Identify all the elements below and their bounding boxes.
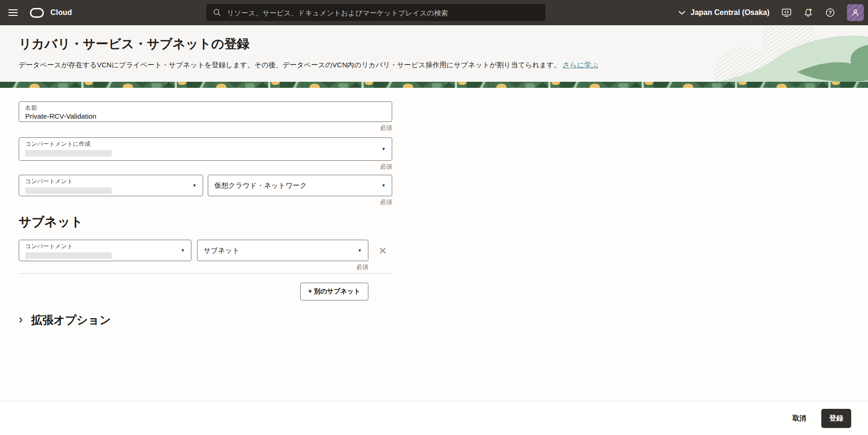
compartment-vcn-row: コンパートメント ▼ 仮想クラウド・ネットワーク ▼	[19, 175, 392, 196]
subnet-row: コンパートメント ▼ サブネット ▼ ✕	[19, 240, 392, 261]
description-text: データベースが存在するVCNにプライベート・サブネットを登録します。その後、デー…	[19, 61, 561, 69]
topbar-left: Cloud	[0, 8, 72, 18]
redacted-value	[25, 252, 112, 259]
topbar-right: Japan Central (Osaka) ?	[678, 0, 864, 25]
cancel-button[interactable]: 取消	[790, 410, 808, 427]
banner-bottom-strip	[0, 82, 868, 88]
required-badge: 必須	[19, 263, 368, 271]
remove-subnet-icon[interactable]: ✕	[379, 246, 387, 256]
name-input[interactable]	[19, 112, 365, 120]
vcn-select-label: 仮想クラウド・ネットワーク	[214, 181, 307, 190]
add-subnet-button[interactable]: + 別のサブネット	[300, 283, 368, 300]
svg-text:?: ?	[829, 10, 832, 15]
name-field-label: 名前	[19, 102, 392, 112]
compartment-label: コンパートメント	[19, 175, 203, 185]
person-icon	[851, 8, 860, 17]
topbar: Cloud Japan Central (Osaka) ?	[0, 0, 868, 25]
brand-label: Cloud	[50, 8, 72, 17]
redacted-value	[25, 187, 112, 194]
search-input[interactable]	[227, 9, 540, 17]
dropdown-arrow-icon: ▼	[381, 183, 386, 188]
oracle-logo-icon[interactable]	[30, 8, 44, 18]
required-badge: 必須	[19, 163, 392, 170]
region-selector[interactable]: Japan Central (Osaka)	[678, 7, 769, 18]
banner-decoration	[625, 25, 868, 82]
page-header-banner: リカバリ・サービス・サブネットの登録 データベースが存在するVCNにプライベート…	[0, 25, 868, 88]
registration-form: 名前 必須 コンパートメントに作成 ▼ 必須 コンパートメント ▼ 仮想クラウド…	[19, 101, 392, 328]
user-avatar[interactable]	[847, 4, 864, 21]
hamburger-menu-icon[interactable]	[8, 9, 18, 16]
page-title: リカバリ・サービス・サブネットの登録	[19, 36, 249, 52]
required-badge: 必須	[19, 124, 392, 131]
subnets-section-heading: サブネット	[19, 214, 392, 230]
chevron-right-icon: ›	[19, 313, 23, 325]
main-content: 名前 必須 コンパートメントに作成 ▼ 必須 コンパートメント ▼ 仮想クラウド…	[0, 88, 868, 401]
learn-more-link[interactable]: さらに学ぶ	[563, 61, 598, 69]
redacted-value	[25, 150, 112, 157]
name-field[interactable]: 名前	[19, 101, 392, 122]
page-description: データベースが存在するVCNにプライベート・サブネットを登録します。その後、デー…	[19, 61, 598, 70]
subnet-compartment-label: コンパートメント	[19, 240, 191, 250]
vcn-select[interactable]: 仮想クラウド・ネットワーク ▼	[208, 175, 392, 196]
notifications-bell-icon[interactable]	[803, 7, 813, 18]
create-in-compartment-label: コンパートメントに作成	[19, 138, 392, 148]
subnet-select[interactable]: サブネット ▼	[197, 240, 368, 261]
dropdown-arrow-icon: ▼	[358, 248, 362, 253]
required-badge: 必須	[19, 198, 392, 206]
global-search[interactable]	[206, 4, 545, 21]
help-icon[interactable]: ?	[825, 7, 835, 18]
add-subnet-row: + 別のサブネット	[19, 283, 392, 300]
page: Cloud Japan Central (Osaka) ?	[0, 0, 868, 435]
cloud-shell-icon[interactable]	[781, 7, 791, 18]
search-icon	[212, 7, 222, 18]
compartment-select[interactable]: コンパートメント ▼	[19, 175, 203, 196]
advanced-options-label: 拡張オプション	[31, 313, 111, 328]
register-button[interactable]: 登録	[821, 409, 851, 428]
region-label: Japan Central (Osaka)	[691, 8, 769, 17]
advanced-options-toggle[interactable]: › 拡張オプション	[19, 313, 392, 328]
subnet-compartment-select[interactable]: コンパートメント ▼	[19, 240, 191, 261]
subnet-divider	[19, 273, 392, 274]
create-in-compartment-select[interactable]: コンパートメントに作成 ▼	[19, 137, 392, 161]
chevron-down-icon	[678, 7, 685, 18]
subnet-select-label: サブネット	[204, 246, 240, 255]
action-footer: 取消 登録	[0, 401, 868, 435]
